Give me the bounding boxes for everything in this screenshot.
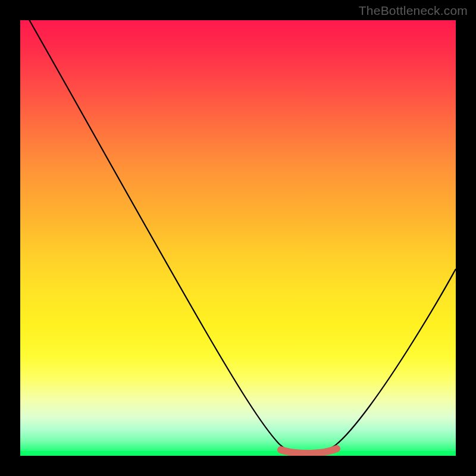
chart-plot-area (20, 20, 456, 456)
min-region-highlight (281, 449, 337, 453)
watermark-text: TheBottleneck.com (359, 4, 468, 18)
bottleneck-curve-path (23, 20, 456, 453)
chart-curve-layer (20, 20, 456, 456)
